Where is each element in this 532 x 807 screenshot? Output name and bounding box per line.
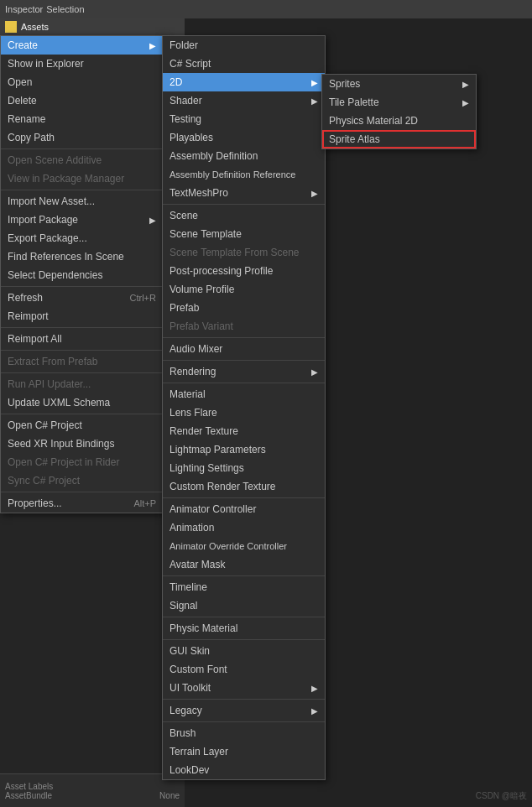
menu-item-scene-template-from-scene: Scene Template From Scene [163,243,325,262]
menu-item-material[interactable]: Material [163,385,325,404]
menu-item-shader[interactable]: Shader ▶ [163,91,325,110]
menu-item-lens-flare[interactable]: Lens Flare [163,404,325,422]
menu-item-label: Animator Controller [170,503,256,515]
context-menu-2[interactable]: Folder C# Script 2D ▶ Shader ▶ Testing P… [162,35,326,780]
menu-item-label: Select Dependencies [8,269,102,281]
menu-item-playables[interactable]: Playables [163,128,325,147]
separator [1,414,163,414]
menu-item-sprites[interactable]: Sprites ▶ [322,75,476,93]
menu-item-assembly-definition-reference[interactable]: Assembly Definition Reference [163,165,325,184]
menu-item-label: Delete [8,95,37,107]
menu-item-label: Open C# Project [8,419,82,431]
menu-item-label: Reimport [8,310,49,322]
menu-item-physics-material-2d[interactable]: Physics Material 2D [322,112,476,130]
menu-item-lighting-settings[interactable]: Lighting Settings [163,459,325,477]
bundle-row: AssetBundle None [5,791,180,800]
menu-item-custom-font[interactable]: Custom Font [163,660,325,679]
menu-item-import-new-asset[interactable]: Import New Asset... [1,192,163,211]
menu-item-select-dependencies[interactable]: Select Dependencies [1,266,163,284]
arrow-icon: ▶ [311,78,318,87]
menu-item-2d[interactable]: 2D ▶ [163,73,325,91]
menu-item-label: 2D [170,76,182,88]
context-menu-1[interactable]: Create ▶ Show in Explorer Open Delete Re… [0,35,164,513]
menu-item-label: Create [8,39,38,51]
menu-item-reimport-all[interactable]: Reimport All [1,330,163,348]
separator [1,327,163,328]
menu-item-tile-palette[interactable]: Tile Palette ▶ [322,93,476,112]
menu-item-lookdev[interactable]: LookDev [163,761,325,779]
top-bar: Inspector Selection [0,0,532,18]
menu-item-timeline[interactable]: Timeline [163,578,325,596]
menu-item-ui-toolkit[interactable]: UI Toolkit ▶ [163,679,325,697]
menu-item-render-texture[interactable]: Render Texture [163,422,325,440]
menu-item-avatar-mask[interactable]: Avatar Mask [163,555,325,574]
menu-item-import-package[interactable]: Import Package ▶ [1,211,163,229]
menu-item-label: TextMeshPro [170,187,228,199]
menu-item-terrain-layer[interactable]: Terrain Layer [163,742,325,761]
shortcut-label: Alt+P [133,498,156,508]
menu-item-export-package[interactable]: Export Package... [1,229,163,247]
menu-item-scene-template[interactable]: Scene Template [163,225,325,243]
menu-item-folder[interactable]: Folder [163,36,325,55]
assetbundle-label: AssetBundle [5,791,52,800]
arrow-icon: ▶ [311,684,318,693]
menu-item-open-csharp-project[interactable]: Open C# Project [1,416,163,435]
menu-item-label: Assembly Definition [170,150,258,162]
menu-item-label: Prefab Variant [170,320,233,332]
menu-item-csharp-script[interactable]: C# Script [163,55,325,73]
menu-item-audio-mixer[interactable]: Audio Mixer [163,340,325,358]
menu-item-delete[interactable]: Delete [1,91,163,110]
menu-item-label: Animator Override Controller [170,541,287,551]
menu-item-find-references[interactable]: Find References In Scene [1,247,163,266]
menu-item-assembly-definition[interactable]: Assembly Definition [163,147,325,165]
assets-folder-icon [5,21,17,33]
menu-item-legacy[interactable]: Legacy ▶ [163,701,325,720]
menu-item-signal[interactable]: Signal [163,596,325,615]
menu-item-physic-material[interactable]: Physic Material [163,619,325,638]
menu-item-sprite-atlas[interactable]: Sprite Atlas [322,130,476,148]
bottom-bar: Asset Labels AssetBundle None [0,773,185,807]
menu-item-label: UI Toolkit [170,682,211,694]
separator [1,190,163,190]
menu-item-seed-xr[interactable]: Seed XR Input Bindings [1,435,163,453]
menu-item-textmeshpro[interactable]: TextMeshPro ▶ [163,184,325,202]
menu-item-testing[interactable]: Testing [163,110,325,128]
separator [1,372,163,373]
arrow-icon: ▶ [462,80,469,89]
context-menu-3[interactable]: Sprites ▶ Tile Palette ▶ Physics Materia… [321,74,477,149]
menu-item-gui-skin[interactable]: GUI Skin [163,642,325,660]
menu-item-run-api-updater: Run API Updater... [1,375,163,393]
menu-item-create[interactable]: Create ▶ [1,36,163,55]
menu-item-open[interactable]: Open [1,73,163,91]
separator [163,699,325,700]
menu-item-label: Physic Material [170,622,237,634]
asset-labels-row: Asset Labels [5,782,180,791]
assets-header: Assets [0,18,185,35]
none-label: None [159,791,180,800]
arrow-icon: ▶ [311,367,318,377]
menu-item-label: Import New Asset... [8,195,95,207]
menu-item-animator-controller[interactable]: Animator Controller [163,500,325,518]
arrow-icon: ▶ [311,96,318,106]
menu-item-label: Find References In Scene [8,251,124,263]
menu-item-lightmap-parameters[interactable]: Lightmap Parameters [163,440,325,459]
menu-item-volume-profile[interactable]: Volume Profile [163,280,325,299]
menu-item-prefab[interactable]: Prefab [163,299,325,317]
menu-item-rendering[interactable]: Rendering ▶ [163,362,325,381]
menu-item-custom-render-texture[interactable]: Custom Render Texture [163,477,325,496]
menu-item-post-processing-profile[interactable]: Post-processing Profile [163,262,325,280]
menu-item-extract-from-prefab: Extract From Prefab [1,352,163,371]
menu-item-reimport[interactable]: Reimport [1,307,163,325]
menu-item-show-in-explorer[interactable]: Show in Explorer [1,55,163,73]
menu-item-scene[interactable]: Scene [163,206,325,225]
menu-item-animator-override-controller[interactable]: Animator Override Controller [163,537,325,555]
menu-item-brush[interactable]: Brush [163,724,325,742]
menu-item-rename[interactable]: Rename [1,110,163,128]
menu-item-properties[interactable]: Properties... Alt+P [1,494,163,513]
menu-item-copy-path[interactable]: Copy Path [1,128,163,147]
menu-item-label: Avatar Mask [170,559,225,570]
menu-item-label: Open [8,76,32,88]
menu-item-animation[interactable]: Animation [163,518,325,537]
menu-item-update-uxml-schema[interactable]: Update UXML Schema [1,393,163,412]
menu-item-refresh[interactable]: Refresh Ctrl+R [1,289,163,307]
